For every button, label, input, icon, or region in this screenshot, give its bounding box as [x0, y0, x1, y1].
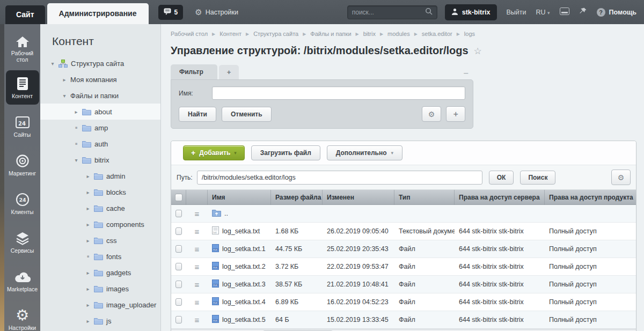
table-row[interactable]: ≡ FILElog_setka.txt.2 3.72 КБ 22.02.2019…: [171, 258, 636, 276]
column-size[interactable]: Размер файла: [271, 190, 323, 205]
add-filter-tab[interactable]: +: [219, 65, 239, 79]
filter-tab[interactable]: Фильтр: [171, 64, 217, 79]
breadcrumb-link[interactable]: setka.editor: [422, 31, 452, 37]
logout-link[interactable]: Выйти: [507, 9, 526, 16]
file-name-cell[interactable]: FILElog_setka.txt.5: [208, 315, 271, 325]
tree-item-amp[interactable]: ▪ amp: [40, 120, 160, 136]
tab-site[interactable]: Сайт: [5, 5, 45, 24]
tree-item-admin[interactable]: ▸ admin: [40, 168, 160, 184]
hotkeys-button[interactable]: [560, 8, 569, 17]
help-button[interactable]: ? Помощь: [597, 8, 636, 17]
table-row[interactable]: ≡ FILElog_setka.txt.4 6.89 КБ 16.02.2019…: [171, 293, 636, 311]
row-menu-icon[interactable]: ≡: [195, 298, 200, 306]
tree-toggle-icon[interactable]: ▸: [84, 318, 92, 324]
more-actions-button[interactable]: Дополнительно ▾: [327, 145, 402, 160]
tree-item-css[interactable]: ▸ css: [40, 232, 160, 248]
notifications-button[interactable]: 5: [158, 5, 184, 20]
sidebar-item-marketplace[interactable]: Marketplace: [6, 263, 39, 298]
tree-toggle-icon[interactable]: ▸: [84, 205, 92, 211]
grid-settings-button[interactable]: ⚙: [611, 170, 631, 185]
column-server-rights[interactable]: Права на доступ сервера: [455, 190, 545, 205]
add-filter-field-button[interactable]: ＋: [446, 106, 465, 122]
tree-toggle-icon[interactable]: ▸: [84, 173, 92, 179]
topbar-settings-button[interactable]: ⚙ Настройки: [195, 8, 238, 17]
column-name[interactable]: Имя: [208, 190, 271, 205]
tree-item-about[interactable]: ▸ about: [40, 104, 160, 120]
tree-item-blocks[interactable]: ▸ blocks: [40, 184, 160, 200]
breadcrumb-link[interactable]: Контент: [219, 31, 241, 37]
tree-item-файлы-и-папки[interactable]: ▾ Файлы и папки: [40, 87, 160, 104]
sidebar-item-marketing[interactable]: Маркетинг: [6, 148, 39, 182]
tree-toggle-icon[interactable]: ▪: [84, 254, 92, 259]
breadcrumb-link[interactable]: bitrix: [363, 31, 376, 37]
cancel-button[interactable]: Отменить: [222, 107, 272, 122]
row-checkbox[interactable]: [175, 227, 182, 235]
row-menu-icon[interactable]: ≡: [195, 245, 200, 253]
tree-toggle-icon[interactable]: ▸: [84, 222, 92, 227]
tree-item-gadgets[interactable]: ▸ gadgets: [40, 264, 160, 281]
tree-toggle-icon[interactable]: ▸: [84, 302, 92, 308]
row-menu-icon[interactable]: ≡: [195, 316, 200, 324]
table-row[interactable]: ≡ FILElog_setka.txt.3 38.57 КБ 21.02.201…: [171, 276, 636, 293]
tree-item-images[interactable]: ▸ images: [40, 281, 160, 297]
file-name-cell[interactable]: FILElog_setka.txt.3: [208, 279, 271, 289]
file-name-cell[interactable]: FILElog_setka.txt.2: [208, 262, 271, 271]
name-filter-input[interactable]: [212, 86, 465, 100]
collapse-filter-icon[interactable]: −: [463, 69, 469, 77]
tree-toggle-icon[interactable]: ▪: [72, 142, 80, 146]
row-checkbox[interactable]: [175, 263, 182, 270]
row-menu-icon[interactable]: ≡: [195, 281, 200, 289]
sidebar-item-services[interactable]: Сервисы: [6, 225, 39, 259]
tree-item-cache[interactable]: ▸ cache: [40, 200, 160, 216]
breadcrumb-link[interactable]: logs: [464, 31, 475, 37]
pin-button[interactable]: [579, 7, 587, 17]
path-input[interactable]: [197, 171, 482, 185]
tree-toggle-icon[interactable]: ▾: [72, 157, 80, 163]
table-row[interactable]: ≡ FILElog_setka.txt.1 44.75 КБ 25.02.201…: [171, 240, 636, 258]
column-modified[interactable]: Изменен: [323, 190, 394, 205]
breadcrumb-link[interactable]: Рабочий стол: [171, 31, 208, 37]
language-selector[interactable]: RU ▾: [536, 9, 550, 16]
sidebar-item-desktop[interactable]: Рабочий стол: [6, 32, 39, 66]
upload-file-button[interactable]: Загрузить файл: [251, 145, 320, 160]
row-checkbox[interactable]: [175, 245, 182, 253]
row-checkbox[interactable]: [175, 316, 182, 323]
table-row[interactable]: ≡ ..: [171, 205, 636, 223]
file-name-cell[interactable]: ..: [208, 209, 271, 218]
sidebar-item-content[interactable]: Контент: [6, 70, 39, 105]
row-checkbox[interactable]: [175, 210, 182, 217]
tree-item-структура-сайта[interactable]: ▾ Структура сайта: [40, 55, 160, 71]
tree-toggle-icon[interactable]: ▸: [84, 270, 92, 276]
tree-toggle-icon[interactable]: ▸: [84, 189, 92, 195]
column-type[interactable]: Тип: [394, 190, 455, 205]
tree-item-components[interactable]: ▸ components: [40, 216, 160, 232]
tree-item-auth[interactable]: ▪ auth: [40, 136, 160, 152]
find-button[interactable]: Найти: [179, 107, 216, 122]
search-button[interactable]: Поиск: [520, 171, 555, 185]
tree-item-моя-компания[interactable]: ▸ Моя компания: [40, 71, 160, 87]
table-row[interactable]: ≡ FILElog_setka.txt.5 64 Б 15.02.2019 13…: [171, 311, 636, 329]
tree-toggle-icon[interactable]: ▾: [49, 61, 56, 67]
tree-toggle-icon[interactable]: ▸: [84, 238, 92, 244]
tree-toggle-icon[interactable]: ▸: [72, 109, 80, 115]
ok-button[interactable]: ОК: [489, 171, 514, 185]
tree-item-image_uploader[interactable]: ▸ image_uploader: [40, 297, 160, 313]
tree-toggle-icon[interactable]: ▾: [61, 93, 68, 99]
breadcrumb-link[interactable]: Структура сайта: [253, 31, 298, 37]
tree-toggle-icon[interactable]: ▪: [72, 126, 80, 130]
file-name-cell[interactable]: txtlog_setka.txt: [208, 226, 271, 236]
filter-settings-button[interactable]: ⚙: [422, 106, 441, 122]
search-icon[interactable]: [425, 8, 433, 17]
tree-item-bitrix[interactable]: ▾ bitrix: [40, 152, 160, 168]
tree-item-fonts[interactable]: ▪ fonts: [40, 248, 160, 264]
row-menu-icon[interactable]: ≡: [195, 227, 200, 236]
favorite-star-icon[interactable]: ☆: [474, 46, 482, 56]
breadcrumb-link[interactable]: Файлы и папки: [310, 31, 351, 37]
user-menu-button[interactable]: stk-bitrix: [445, 4, 497, 20]
sidebar-item-clients[interactable]: 24 Клиенты: [6, 186, 39, 220]
table-row[interactable]: ≡ txtlog_setka.txt 1.68 КБ 26.02.2019 09…: [171, 223, 636, 240]
row-checkbox[interactable]: [175, 298, 182, 306]
breadcrumb-link[interactable]: modules: [387, 31, 410, 37]
tree-toggle-icon[interactable]: ▸: [61, 77, 68, 83]
search-input[interactable]: [352, 9, 425, 16]
